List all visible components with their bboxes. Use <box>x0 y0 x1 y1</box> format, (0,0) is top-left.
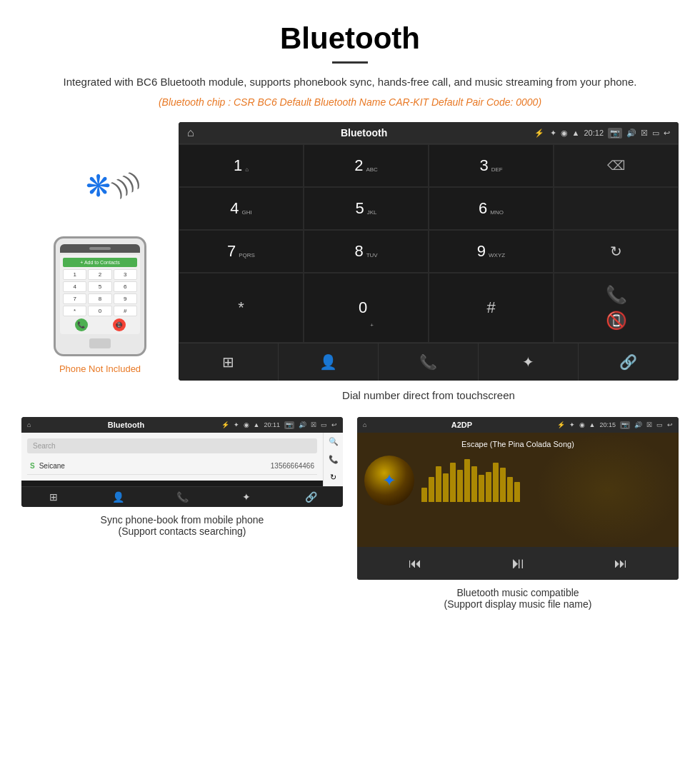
phone-key-2[interactable]: 2 <box>88 269 111 280</box>
usb-icon: ⚡ <box>534 129 544 138</box>
phone-top-bar <box>60 244 140 253</box>
dial-key-2[interactable]: 2ABC <box>304 144 429 187</box>
pb-phone-icon[interactable]: 📞 <box>329 455 339 464</box>
pb-grid-btn[interactable]: ⊞ <box>21 491 86 503</box>
viz-bar-12 <box>500 468 506 502</box>
pb-home-icon[interactable]: ⌂ <box>27 421 31 428</box>
contact-item[interactable]: S Seicane 13566664466 <box>27 458 317 475</box>
music-status-bar: ⌂ A2DP ⚡ ✦ ◉ ▲ 20:15 📷 🔊 ☒ ▭ ↩ <box>357 417 679 433</box>
contact-name: Seicane <box>39 462 271 470</box>
music-close-icon[interactable]: ☒ <box>646 421 652 428</box>
pb-call-btn[interactable]: 📞 <box>150 491 214 503</box>
pb-window-icon[interactable]: ▭ <box>321 421 327 428</box>
pb-close-icon[interactable]: ☒ <box>311 421 316 428</box>
viz-bar-7 <box>464 459 470 502</box>
phone-btn[interactable]: 📞 <box>379 343 479 381</box>
dial-key-9[interactable]: 9WXYZ <box>429 230 554 273</box>
header-description: Integrated with BC6 Bluetooth module, su… <box>43 74 657 91</box>
grid-btn[interactable]: ⊞ <box>179 343 279 381</box>
music-home-icon[interactable]: ⌂ <box>363 421 366 428</box>
volume-icon[interactable]: 🔊 <box>626 129 636 138</box>
contacts-btn[interactable]: 👤 <box>279 343 379 381</box>
pb-gps-icon: ◉ <box>244 421 249 428</box>
home-icon[interactable]: ⌂ <box>187 126 194 139</box>
back-icon[interactable]: ↩ <box>664 129 670 138</box>
phone-not-included-label: Phone Not Included <box>59 363 141 374</box>
link-btn[interactable]: 🔗 <box>579 343 679 381</box>
next-btn[interactable]: ⏭ <box>614 556 627 571</box>
call-end-icon[interactable]: 📵 <box>606 311 627 331</box>
phone-end-btn[interactable]: 📵 <box>113 318 126 331</box>
dial-key-7[interactable]: 7PQRS <box>179 230 304 273</box>
call-answer-icon[interactable]: 📞 <box>606 285 627 305</box>
phone-key-6[interactable]: 6 <box>114 281 137 292</box>
play-pause-btn[interactable]: ⏯ <box>510 554 526 573</box>
pb-action-bar: ⊞ 👤 📞 ✦ 🔗 <box>21 486 343 507</box>
music-wrapper: ⌂ A2DP ⚡ ✦ ◉ ▲ 20:15 📷 🔊 ☒ ▭ ↩ Escape (T… <box>357 417 679 610</box>
dial-key-star[interactable]: * <box>179 273 304 343</box>
music-screen: ⌂ A2DP ⚡ ✦ ◉ ▲ 20:15 📷 🔊 ☒ ▭ ↩ Escape (T… <box>357 417 679 580</box>
search-bar[interactable]: Search <box>27 438 317 453</box>
phone-key-1[interactable]: 1 <box>63 269 86 280</box>
pb-volume-icon[interactable]: 🔊 <box>299 421 306 428</box>
prev-btn[interactable]: ⏮ <box>409 556 421 571</box>
phone-call-btn[interactable]: 📞 <box>75 318 88 331</box>
dial-key-5[interactable]: 5JKL <box>304 187 429 230</box>
dial-key-1[interactable]: 1⌂ <box>179 144 304 187</box>
phone-key-star[interactable]: * <box>63 306 86 316</box>
dial-key-4[interactable]: 4GHI <box>179 187 304 230</box>
dial-key-hash[interactable]: # <box>429 273 554 343</box>
viz-bar-3 <box>436 466 441 502</box>
phone-key-0[interactable]: 0 <box>88 306 111 316</box>
pb-status-bar: ⌂ Bluetooth ⚡ ✦ ◉ ▲ 20:11 📷 🔊 ☒ ▭ ↩ <box>21 417 343 433</box>
pb-link-btn[interactable]: 🔗 <box>279 491 343 503</box>
time-display: 20:12 <box>584 129 604 137</box>
phonebook-screen: ⌂ Bluetooth ⚡ ✦ ◉ ▲ 20:11 📷 🔊 ☒ ▭ ↩ Sear… <box>21 417 343 507</box>
action-bar: ⊞ 👤 📞 ✦ 🔗 <box>179 343 679 381</box>
phone-key-3[interactable]: 3 <box>114 269 137 280</box>
dial-key-6[interactable]: 6MNO <box>429 187 554 230</box>
phone-key-4[interactable]: 4 <box>63 281 86 292</box>
phone-key-hash[interactable]: # <box>114 306 137 316</box>
dial-key-8[interactable]: 8TUV <box>304 230 429 273</box>
bluetooth-btn[interactable]: ✦ <box>479 343 579 381</box>
music-volume-icon[interactable]: 🔊 <box>634 421 642 428</box>
phone-key-5[interactable]: 5 <box>88 281 111 292</box>
phone-speaker <box>89 247 111 250</box>
phone-bottom-row: 📞 📵 <box>63 318 137 331</box>
pb-search-icon[interactable]: 🔍 <box>329 437 339 446</box>
music-back-icon[interactable]: ↩ <box>667 421 673 428</box>
dial-key-empty-2 <box>554 187 679 230</box>
viz-bar-10 <box>486 472 491 502</box>
music-main: ✦ <box>364 456 671 506</box>
pb-bt-btn[interactable]: ✦ <box>214 491 279 503</box>
dial-key-0[interactable]: 0+ <box>304 273 429 343</box>
pb-contacts-btn[interactable]: 👤 <box>86 491 150 503</box>
pb-refresh-icon[interactable]: ↻ <box>330 473 336 482</box>
phone-key-8[interactable]: 8 <box>88 293 111 304</box>
dialpad-grid: 1⌂ 2ABC 3DEF ⌫ 4GHI 5JKL <box>179 144 679 343</box>
bluetooth-wifi-graphic: ❋ )))) <box>82 165 139 222</box>
phone-home-button[interactable] <box>89 338 111 348</box>
music-signal-icon: ▲ <box>589 421 596 428</box>
music-title-bar: A2DP <box>371 421 552 429</box>
camera-icon: 📷 <box>608 128 622 139</box>
dial-key-backspace[interactable]: ⌫ <box>554 144 679 187</box>
pb-back-icon[interactable]: ↩ <box>331 421 337 428</box>
page-title: Bluetooth <box>43 21 657 56</box>
viz-bar-9 <box>479 475 484 502</box>
music-camera-icon: 📷 <box>620 421 630 429</box>
phone-mockup: + Add to Contacts 1 2 3 4 5 6 7 8 9 * 0 … <box>54 236 146 356</box>
contact-letter: S <box>30 462 35 470</box>
phone-section: ❋ )))) + Add to Contacts 1 2 3 4 5 6 7 8 <box>21 122 179 374</box>
phone-key-7[interactable]: 7 <box>63 293 86 304</box>
dial-key-refresh[interactable]: ↻ <box>554 230 679 273</box>
dial-key-3[interactable]: 3DEF <box>429 144 554 187</box>
phone-screen-header: + Add to Contacts <box>63 258 137 267</box>
pb-title: Bluetooth <box>35 421 216 429</box>
music-window-icon[interactable]: ▭ <box>656 421 663 428</box>
window-icon[interactable]: ▭ <box>652 129 659 138</box>
phone-key-9[interactable]: 9 <box>114 293 137 304</box>
close-box-icon[interactable]: ☒ <box>641 129 648 138</box>
pb-time: 20:11 <box>264 421 280 428</box>
